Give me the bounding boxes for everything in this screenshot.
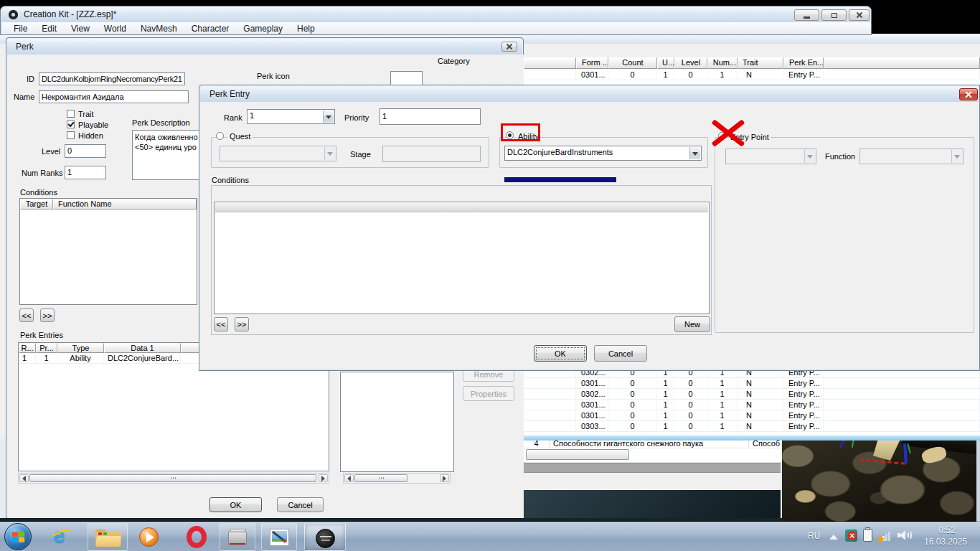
table-row[interactable]: 0301...0101NEntry P...: [524, 378, 980, 389]
scroll-left-arrow[interactable]: [19, 474, 29, 482]
ok-button[interactable]: OK: [209, 497, 262, 512]
clipboard-icon[interactable]: [863, 529, 872, 542]
ok-button[interactable]: OK: [534, 345, 587, 362]
scroll-left-arrow[interactable]: [344, 474, 354, 482]
scroll-right-arrow[interactable]: [319, 474, 328, 482]
table-row[interactable]: 0301...0101NEntry P...: [524, 70, 980, 80]
column-header[interactable]: [524, 57, 576, 69]
playable-checkbox[interactable]: [67, 121, 75, 128]
restore-button[interactable]: [821, 9, 847, 21]
conditions-next-button[interactable]: >>: [235, 317, 249, 331]
scroll-thumb[interactable]: [354, 474, 407, 482]
table-row[interactable]: 0303...0101NEntry P...: [524, 421, 980, 432]
hidden-icons-chevron[interactable]: [829, 534, 838, 540]
chevron-down-icon[interactable]: [689, 147, 700, 159]
column-header[interactable]: Trait: [738, 57, 783, 69]
column-header[interactable]: Function Name: [53, 199, 197, 209]
app-status-icon[interactable]: [845, 529, 857, 542]
minimize-button[interactable]: [794, 9, 819, 21]
description-line: Когда оживленно: [135, 132, 203, 142]
trait-checkbox[interactable]: [67, 110, 75, 118]
column-header[interactable]: Num...: [707, 57, 738, 69]
menu-world[interactable]: World: [97, 24, 133, 34]
num-ranks-field[interactable]: 1: [65, 166, 106, 179]
clock-date[interactable]: 16.03.2025: [917, 537, 974, 547]
chevron-down-icon[interactable]: [323, 110, 334, 123]
cancel-button[interactable]: Cancel: [594, 345, 647, 362]
perk-dialog-title-bar[interactable]: Perk: [7, 39, 522, 55]
quest-radio[interactable]: [216, 132, 224, 140]
table-cell: 1: [19, 353, 36, 363]
internet-explorer-icon[interactable]: e: [49, 524, 77, 549]
column-header[interactable]: U...: [657, 57, 674, 69]
name-field[interactable]: Некромантия Азидала: [39, 90, 189, 103]
table-row[interactable]: 0301...0101NEntry P...: [524, 410, 980, 421]
column-header[interactable]: Data 1: [104, 343, 181, 353]
column-header[interactable]: Level: [674, 57, 707, 69]
column-header[interactable]: Type: [57, 343, 104, 353]
menu-character[interactable]: Character: [184, 24, 237, 34]
column-header[interactable]: Form ...: [576, 57, 608, 69]
effects-list[interactable]: [340, 372, 454, 472]
properties-button[interactable]: Properties: [463, 386, 514, 401]
perk-dialog-close-button[interactable]: [501, 42, 517, 52]
ability-combobox[interactable]: DLC2ConjureBardInstruments: [504, 146, 702, 161]
cancel-button[interactable]: Cancel: [277, 497, 324, 512]
close-button[interactable]: [849, 9, 870, 21]
menu-navmesh[interactable]: NavMesh: [133, 24, 184, 34]
paint-button[interactable]: [261, 523, 297, 551]
conditions-list[interactable]: [214, 202, 710, 314]
column-header[interactable]: Count: [608, 57, 657, 69]
menu-file[interactable]: File: [6, 24, 34, 34]
perk-entry-title-bar[interactable]: Perk Entry: [200, 86, 979, 102]
new-button[interactable]: New: [674, 316, 710, 332]
perk-entries-hscrollbar[interactable]: [18, 473, 329, 484]
clock-time[interactable]: 0:52: [922, 525, 972, 535]
background-scroll-thumb[interactable]: [526, 449, 629, 460]
level-field[interactable]: 0: [65, 144, 106, 158]
column-header[interactable]: [824, 57, 980, 69]
table-row[interactable]: 0301...0101NEntry P...: [524, 400, 980, 410]
network-icon[interactable]: [880, 529, 892, 541]
perk-icon-box[interactable]: [390, 71, 423, 86]
column-header[interactable]: R...: [19, 343, 36, 353]
rank-combobox[interactable]: 1: [247, 109, 335, 124]
perk-conditions-table[interactable]: TargetFunction Name: [19, 198, 197, 305]
menu-view[interactable]: View: [64, 24, 97, 34]
gray-app-button[interactable]: [220, 523, 255, 551]
perk-entry-close-button[interactable]: [959, 88, 978, 100]
start-button[interactable]: [4, 523, 32, 550]
id-field[interactable]: DLC2dunKolbjornRingNecromancyPerk21: [39, 72, 185, 85]
perk-description-box[interactable]: Когда оживленно <50> единиц уро: [132, 130, 206, 180]
table-cell: 1: [707, 389, 738, 399]
table-cell: 1: [657, 70, 674, 80]
column-header[interactable]: Perk En...: [783, 57, 824, 69]
render-window-viewport[interactable]: [782, 438, 976, 522]
media-player-icon[interactable]: [139, 527, 164, 548]
language-indicator[interactable]: RU: [808, 531, 820, 541]
function-label: Function: [825, 152, 855, 161]
opera-icon[interactable]: [187, 526, 207, 548]
conditions-prev-button[interactable]: <<: [214, 317, 228, 331]
hidden-checkbox[interactable]: [67, 131, 75, 139]
menu-edit[interactable]: Edit: [34, 24, 64, 34]
scroll-thumb[interactable]: [29, 474, 316, 482]
conditions-next-button[interactable]: >>: [40, 309, 55, 322]
conditions-header: TargetFunction Name: [20, 199, 197, 209]
effects-list-hscrollbar[interactable]: [343, 473, 451, 484]
light-stone: [873, 438, 902, 461]
creation-kit-button[interactable]: [304, 523, 346, 551]
column-header[interactable]: Pr...: [36, 343, 57, 353]
column-header[interactable]: Target: [20, 199, 53, 209]
menu-gameplay[interactable]: Gameplay: [236, 24, 290, 34]
priority-field[interactable]: 1: [380, 108, 481, 125]
conditions-prev-button[interactable]: <<: [19, 309, 34, 322]
main-title-bar[interactable]: Creation Kit - [ZZZ.esp]*: [1, 7, 870, 22]
windows-explorer-button[interactable]: [88, 523, 128, 551]
scroll-right-arrow[interactable]: [440, 474, 449, 482]
volume-icon[interactable]: [897, 529, 911, 541]
table-row[interactable]: 0302...0101NEntry P...: [524, 389, 980, 400]
chevron-down-icon: [804, 150, 815, 163]
menu-help[interactable]: Help: [290, 24, 322, 34]
creation-kit-logo-icon: [316, 529, 335, 548]
